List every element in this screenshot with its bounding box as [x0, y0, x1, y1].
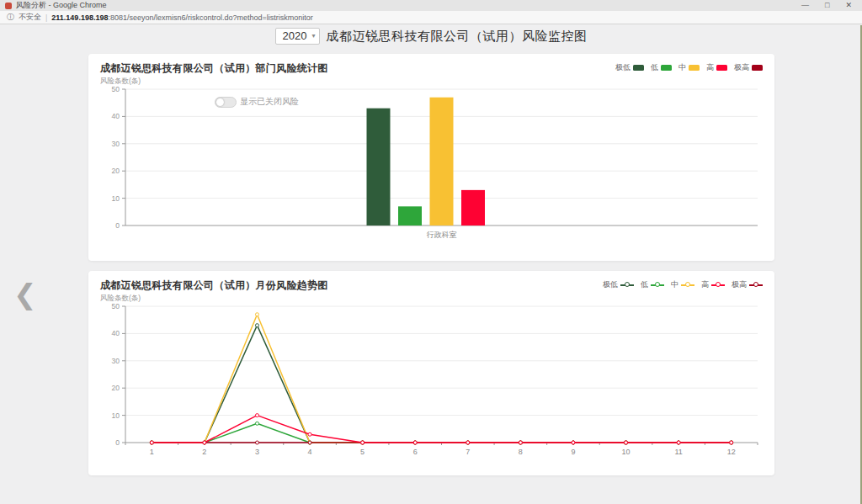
svg-text:40: 40 — [112, 329, 120, 337]
bar-chart-svg[interactable]: 01020304050行政科室 — [100, 84, 763, 252]
info-icon[interactable]: ⓘ — [7, 12, 14, 23]
svg-text:40: 40 — [112, 112, 120, 120]
line-chart-title: 成都迈锐思科技有限公司（试用）月份风险趋势图 — [100, 279, 328, 293]
year-select-value: 2020 — [283, 29, 307, 42]
department-risk-card: 成都迈锐思科技有限公司（试用）部门风险统计图 极低低中高极高 风险条数(条) 显… — [88, 54, 774, 261]
close-icon[interactable]: ✕ — [845, 0, 852, 11]
year-select[interactable]: 2020 ▾ — [275, 28, 321, 45]
window-controls: — □ ✕ — [801, 0, 857, 11]
security-label: 不安全 — [19, 12, 41, 23]
svg-text:11: 11 — [674, 448, 682, 456]
risk-monitor-page: 2020 ▾ 成都迈锐思科技有限公司（试用）风险监控图 ❮ 成都迈锐思科技有限公… — [0, 25, 862, 504]
svg-text:0: 0 — [115, 221, 120, 230]
svg-text:12: 12 — [727, 448, 736, 456]
svg-text:7: 7 — [466, 448, 470, 456]
legend-item-中[interactable]: 中 — [671, 279, 694, 290]
svg-text:2: 2 — [202, 448, 206, 456]
svg-text:0: 0 — [115, 438, 120, 447]
legend-item-中[interactable]: 中 — [678, 62, 700, 73]
legend-line-marker-icon — [681, 282, 694, 289]
svg-text:3: 3 — [255, 448, 259, 456]
svg-text:9: 9 — [571, 448, 575, 456]
legend-swatch-icon — [633, 65, 644, 71]
svg-text:8: 8 — [519, 448, 523, 456]
svg-text:30: 30 — [112, 357, 120, 365]
svg-text:6: 6 — [413, 448, 418, 456]
app-favicon-icon — [5, 3, 12, 9]
legend-item-高[interactable]: 高 — [706, 62, 727, 73]
maximize-icon[interactable]: □ — [825, 0, 829, 11]
browser-titlebar: 风险分析 - Google Chrome — □ ✕ — [0, 0, 862, 11]
svg-text:50: 50 — [112, 302, 120, 310]
legend-line-marker-icon — [711, 282, 725, 289]
chevron-down-icon: ▾ — [311, 32, 315, 40]
legend-item-极低[interactable]: 极低 — [603, 279, 634, 290]
legend-swatch-icon — [661, 65, 672, 71]
svg-text:5: 5 — [360, 448, 364, 456]
legend-item-低[interactable]: 低 — [641, 279, 664, 290]
legend-label: 高 — [701, 279, 709, 290]
page-title: 成都迈锐思科技有限公司（试用）风险监控图 — [326, 29, 587, 45]
legend-label: 低 — [641, 279, 648, 290]
legend-label: 极高 — [734, 62, 749, 73]
legend-label: 高 — [706, 62, 714, 73]
window-title: 风险分析 - Google Chrome — [16, 0, 107, 11]
svg-text:10: 10 — [112, 194, 120, 203]
bar-chart-title: 成都迈锐思科技有限公司（试用）部门风险统计图 — [100, 61, 328, 76]
url-text[interactable]: 211.149.198.198:8081/seeyon/lexmisn6/ris… — [51, 13, 312, 22]
svg-text:50: 50 — [112, 85, 120, 93]
line-chart-legend: 极低低中高极高 — [603, 279, 763, 290]
line-chart-svg[interactable]: 01020304050123456789101112 — [100, 301, 763, 470]
address-bar[interactable]: ⓘ 不安全 | 211.149.198.198:8081/seeyon/lexm… — [0, 11, 862, 24]
legend-label: 极低 — [615, 62, 631, 73]
legend-line-marker-icon — [620, 282, 634, 289]
legend-line-marker-icon — [749, 282, 763, 289]
monthly-trend-card: 成都迈锐思科技有限公司（试用）月份风险趋势图 极低低中高极高 风险条数(条) 0… — [88, 271, 774, 475]
url-host: 211.149.198.198 — [51, 13, 108, 22]
legend-item-低[interactable]: 低 — [651, 62, 672, 73]
svg-text:1: 1 — [150, 448, 154, 456]
legend-item-高[interactable]: 高 — [701, 279, 725, 290]
legend-item-极低[interactable]: 极低 — [615, 62, 644, 73]
minimize-icon[interactable]: — — [801, 0, 809, 11]
legend-label: 低 — [651, 62, 658, 73]
address-divider: | — [45, 13, 47, 22]
legend-item-极高[interactable]: 极高 — [732, 279, 763, 290]
legend-line-marker-icon — [651, 282, 664, 289]
legend-label: 中 — [671, 279, 678, 290]
svg-text:30: 30 — [112, 140, 120, 148]
legend-label: 中 — [678, 62, 686, 73]
svg-text:10: 10 — [622, 448, 631, 456]
legend-label: 极低 — [603, 279, 618, 290]
legend-swatch-icon — [752, 65, 763, 71]
svg-text:10: 10 — [112, 411, 120, 420]
bar-chart-legend: 极低低中高极高 — [615, 62, 763, 73]
svg-text:20: 20 — [112, 167, 120, 175]
legend-item-极高[interactable]: 极高 — [734, 62, 763, 73]
svg-text:4: 4 — [308, 448, 312, 456]
page-header: 2020 ▾ 成都迈锐思科技有限公司（试用）风险监控图 — [0, 28, 862, 45]
svg-text:20: 20 — [112, 384, 120, 392]
legend-swatch-icon — [716, 65, 727, 71]
prev-page-chevron-icon[interactable]: ❮ — [13, 280, 37, 308]
svg-text:行政科室: 行政科室 — [427, 231, 457, 239]
legend-swatch-icon — [689, 65, 700, 71]
url-path: :8081/seeyon/lexmisn6/riskcontrol.do?met… — [108, 13, 312, 22]
legend-label: 极高 — [732, 279, 747, 290]
